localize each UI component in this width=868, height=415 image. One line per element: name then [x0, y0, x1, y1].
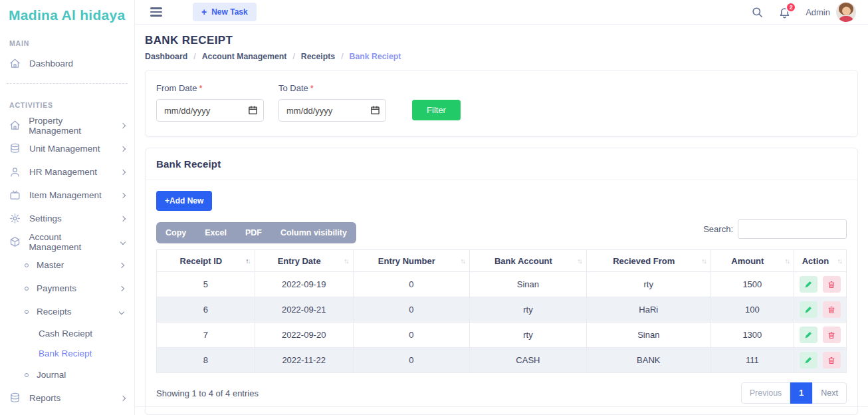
bank-receipt-table: Receipt ID↑↓ Entry Date↑↓ Entry Number↑↓…: [156, 249, 847, 373]
previous-page-button[interactable]: Previous: [741, 382, 791, 404]
sidebar-subitem-bank-reciept[interactable]: Bank Reciept: [0, 343, 134, 363]
delete-button[interactable]: [823, 352, 841, 368]
pencil-icon: [804, 281, 812, 289]
delete-button[interactable]: [823, 327, 841, 343]
sidebar-item-label: Reports: [29, 393, 60, 403]
cell-receipt-id: 6: [157, 297, 255, 323]
to-date-label: To Date*: [278, 83, 386, 93]
required-asterisk: *: [310, 83, 314, 93]
user-menu[interactable]: Admin: [806, 2, 856, 22]
sidebar-subitem-journal[interactable]: Journal: [0, 363, 134, 386]
column-header-bank-account[interactable]: Bank Account↑↓: [470, 250, 587, 272]
cell-receipt-id: 5: [157, 272, 255, 297]
delete-button[interactable]: [823, 301, 841, 318]
edit-button[interactable]: [800, 301, 817, 318]
column-visibility-button[interactable]: Column visibility: [271, 222, 356, 243]
page-title: BANK RECEIPT: [145, 34, 858, 47]
column-header-recieved-from[interactable]: Recieved From↑↓: [586, 250, 710, 272]
sidebar-item-reports[interactable]: Reports: [0, 386, 134, 410]
chevron-down-icon: [119, 309, 124, 314]
search-icon[interactable]: [751, 6, 764, 19]
column-header-receipt-id[interactable]: Receipt ID↑↓: [157, 250, 255, 272]
sidebar-item-account-management[interactable]: Account Management: [0, 230, 134, 253]
search-input[interactable]: [738, 219, 847, 239]
page-1-button[interactable]: 1: [790, 382, 812, 404]
database-icon: [9, 392, 21, 404]
delete-button[interactable]: [823, 276, 841, 293]
export-button-group: Copy Excel PDF Column visibility: [156, 222, 356, 243]
sidebar-item-label: Dashboard: [29, 59, 73, 69]
sidebar-item-label: Item Management: [29, 190, 102, 200]
cell-bank-account: CASH: [470, 348, 587, 373]
filter-button[interactable]: Filter: [412, 100, 461, 120]
chevron-right-icon: [120, 215, 126, 221]
next-page-button[interactable]: Next: [812, 382, 847, 404]
bullet-icon: [25, 263, 29, 267]
cell-recieved-from: BANK: [586, 348, 710, 373]
sidebar-subitem-receipts[interactable]: Receipts: [0, 300, 134, 323]
new-task-button[interactable]: + New Task: [193, 3, 257, 21]
pdf-button[interactable]: PDF: [236, 222, 271, 243]
excel-button[interactable]: Excel: [195, 222, 236, 243]
chevron-right-icon: [119, 285, 124, 291]
calendar-icon[interactable]: [248, 105, 258, 115]
breadcrumb-item[interactable]: Account Management: [202, 52, 287, 61]
sidebar-item-hr-management[interactable]: HR Management: [0, 160, 134, 184]
app-root: Madina Al hidaya MAIN Dashboard ACTIVITI…: [0, 0, 868, 415]
breadcrumb-item[interactable]: Dashboard: [145, 52, 187, 61]
breadcrumb-item[interactable]: Receipts: [301, 52, 335, 61]
menu-icon[interactable]: [148, 5, 165, 19]
sort-icon: ↑↓: [837, 257, 842, 265]
sidebar-subitem-master[interactable]: Master: [0, 253, 134, 277]
bullet-icon: [25, 287, 29, 291]
user-name: Admin: [806, 7, 830, 17]
edit-button[interactable]: [800, 327, 817, 343]
sidebar-item-item-management[interactable]: Item Management: [0, 184, 134, 207]
gear-icon: [9, 213, 21, 225]
sort-icon: ↑↓: [784, 257, 789, 265]
column-header-action[interactable]: Action↑↓: [794, 250, 846, 272]
bell-icon[interactable]: 2: [778, 6, 791, 19]
table-header-row: Receipt ID↑↓ Entry Date↑↓ Entry Number↑↓…: [157, 250, 847, 272]
filter-card: From Date* To Date* Filter: [145, 70, 858, 137]
main-area: + New Task 2 Admin: [135, 0, 868, 415]
chevron-right-icon: [120, 122, 126, 128]
sidebar-item-settings[interactable]: Settings: [0, 207, 134, 230]
sidebar-item-dashboard[interactable]: Dashboard: [0, 52, 134, 75]
edit-button[interactable]: [800, 352, 817, 368]
column-header-entry-date[interactable]: Entry Date↑↓: [255, 250, 353, 272]
sidebar-item-label: HR Management: [29, 167, 97, 177]
edit-button[interactable]: [800, 276, 817, 293]
sidebar-subitem-cash-reciept[interactable]: Cash Reciept: [0, 323, 134, 343]
sidebar-item-label: Receipts: [37, 307, 72, 317]
sidebar-section-activities: ACTIVITIES: [0, 92, 134, 114]
cell-amount: 100: [710, 297, 794, 323]
column-header-amount[interactable]: Amount↑↓: [710, 250, 794, 272]
cell-amount: 111: [710, 348, 794, 373]
chevron-right-icon: [120, 192, 126, 198]
brand-logo[interactable]: Madina Al hidaya: [0, 0, 134, 30]
to-date-field-group: To Date*: [278, 83, 386, 122]
cell-entry-number: 0: [353, 272, 470, 297]
sidebar-item-property-management[interactable]: Property Management: [0, 114, 134, 137]
column-header-entry-number[interactable]: Entry Number↑↓: [353, 250, 470, 272]
cell-entry-date: 2022-09-21: [255, 297, 353, 323]
cell-bank-account: rty: [470, 323, 587, 348]
sidebar-item-label: Settings: [29, 213, 62, 223]
card-title: Bank Receipt: [146, 148, 857, 180]
cell-recieved-from: rty: [586, 272, 710, 297]
cell-entry-date: 2022-11-22: [255, 348, 353, 373]
copy-button[interactable]: Copy: [156, 222, 195, 243]
topbar: + New Task 2 Admin: [135, 0, 868, 25]
user-icon: [9, 166, 21, 178]
sidebar: Madina Al hidaya MAIN Dashboard ACTIVITI…: [0, 0, 135, 415]
sidebar-item-unit-management[interactable]: Unit Management: [0, 137, 134, 160]
calendar-icon[interactable]: [370, 105, 380, 115]
cell-bank-account: rty: [470, 297, 587, 323]
required-asterisk: *: [199, 83, 202, 93]
cell-receipt-id: 8: [157, 348, 255, 373]
add-new-button[interactable]: +Add New: [156, 191, 212, 211]
content: BANK RECEIPT Dashboard / Account Managem…: [135, 25, 868, 415]
sidebar-subitem-payments[interactable]: Payments: [0, 277, 134, 300]
breadcrumb-separator: /: [292, 52, 294, 61]
